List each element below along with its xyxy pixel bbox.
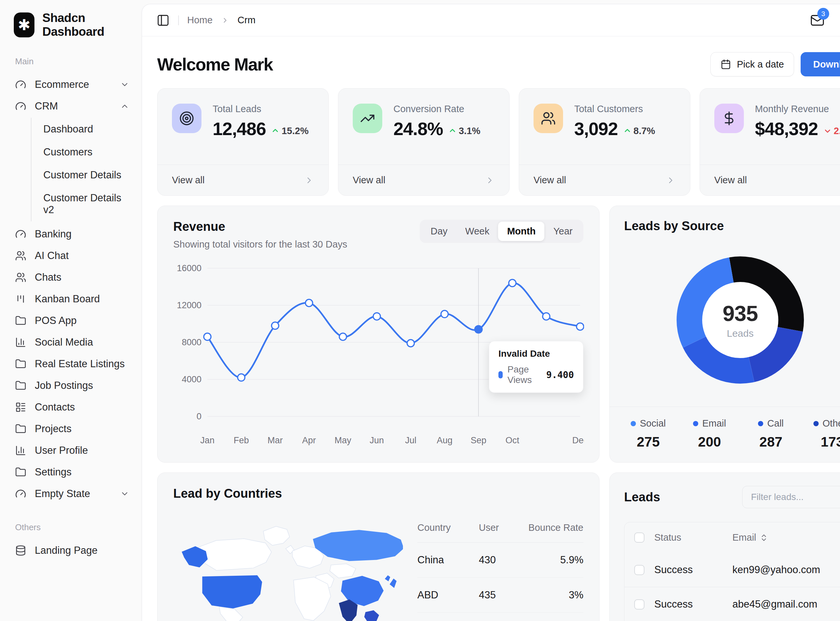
folder-icon: [15, 315, 26, 326]
view-all-button[interactable]: View all: [338, 165, 509, 195]
caret-down-icon: [823, 127, 832, 135]
sidebar-item-real-estate-listings[interactable]: Real Estate Listings: [12, 353, 132, 375]
donut-zone: 935 Leads: [610, 233, 840, 407]
tooltip-value: 9.400: [546, 370, 574, 380]
svg-text:Jul: Jul: [405, 435, 416, 445]
revenue-chart[interactable]: 0400080001200016000JanFebMarAprMayJunJul…: [173, 262, 583, 453]
gauge-icon: [15, 79, 26, 90]
legend-item-call: Call 287: [740, 418, 802, 450]
svg-text:Aug: Aug: [437, 435, 453, 445]
gauge-icon: [15, 229, 26, 240]
tab-month[interactable]: Month: [498, 222, 544, 241]
series-swatch-icon: [498, 371, 503, 379]
sidebar-item-ai-chat[interactable]: AI Chat: [12, 245, 132, 267]
view-all-button[interactable]: View all: [700, 165, 840, 195]
folder-icon: [15, 423, 26, 435]
mail-button[interactable]: 3: [810, 13, 825, 27]
download-button[interactable]: Download: [801, 52, 840, 76]
welcome-row: Welcome Mark Pick a date Download: [157, 52, 840, 76]
sidebar-item-landing-page[interactable]: Landing Page: [12, 540, 132, 561]
gauge-icon: [15, 101, 26, 112]
svg-text:Oct: Oct: [505, 435, 519, 445]
revenue-title: Revenue: [173, 220, 347, 234]
select-all-checkbox[interactable]: [634, 532, 644, 543]
sidebar-subitem-customer-details[interactable]: Customer Details: [43, 164, 132, 186]
sidebar-toggle-icon[interactable]: [156, 14, 170, 27]
download-label: Download: [813, 59, 840, 70]
target-icon: [172, 104, 202, 133]
sidebar-item-empty-state[interactable]: Empty State: [12, 483, 132, 504]
topbar: Home Crm 3 2: [142, 4, 840, 36]
sidebar-item-chats[interactable]: Chats: [12, 267, 132, 288]
sidebar: ✱ Shadcn Dashboard MainEcommerceCRMDashb…: [0, 0, 142, 621]
stat-label: Total Leads: [213, 104, 308, 114]
stat-label: Conversion Rate: [393, 104, 480, 114]
svg-text:Feb: Feb: [234, 435, 249, 445]
leads-by-source-card: Leads by Source 935 Leads Social 275Emai…: [609, 206, 840, 463]
sidebar-subitem-customers[interactable]: Customers: [43, 141, 132, 164]
lead-status: Success: [654, 598, 723, 610]
sidebar-item-user-profile[interactable]: User Profile: [12, 440, 132, 461]
chart-icon: [15, 445, 26, 456]
sidebar-item-contacts[interactable]: Contacts: [12, 397, 132, 418]
lead-by-countries-card: Lead by Countries: [157, 473, 600, 621]
row-checkbox[interactable]: [634, 565, 644, 575]
legend-value: 275: [618, 434, 679, 450]
email-column-header[interactable]: Email: [732, 532, 768, 543]
nav-section-label-main: Main: [15, 56, 132, 67]
filter-leads-input[interactable]: [742, 486, 840, 508]
view-all-button[interactable]: View all: [158, 165, 328, 195]
sidebar-item-banking[interactable]: Banking: [12, 223, 132, 245]
legend-item-social: Social 275: [618, 418, 679, 450]
sort-updown-icon: [759, 533, 768, 542]
chevron-down-icon: [120, 489, 129, 498]
sidebar-subitem-dashboard[interactable]: Dashboard: [43, 118, 132, 141]
table-row-russia: Russia9824.8%: [418, 613, 583, 621]
sidebar-item-projects[interactable]: Projects: [12, 418, 132, 440]
sidebar-item-settings[interactable]: Settings: [12, 461, 132, 483]
folder-icon: [15, 358, 26, 370]
countries-table-header: CountryUserBounce Rate: [418, 522, 583, 543]
sidebar-item-social-media[interactable]: Social Media: [12, 332, 132, 353]
revenue-range-tabs: DayWeekMonthYear: [420, 220, 583, 243]
tab-year[interactable]: Year: [544, 222, 582, 241]
svg-text:8000: 8000: [182, 338, 202, 347]
chevron-right-icon: [304, 176, 314, 185]
stat-card-conversion-rate: Conversion Rate 24.8% 3.1% View all: [338, 88, 510, 196]
row-checkbox[interactable]: [634, 599, 644, 609]
sidebar-item-pos-app[interactable]: POS App: [12, 310, 132, 332]
sidebar-item-kanban-board[interactable]: Kanban Board: [12, 288, 132, 310]
leads-card: Leads Status Email: [609, 473, 840, 621]
lead-email: ken99@yahoo.com: [732, 564, 820, 576]
leads-by-source-title: Leads by Source: [610, 219, 840, 233]
tab-week[interactable]: Week: [456, 222, 498, 241]
stat-value: 3,092: [574, 118, 618, 139]
tab-day[interactable]: Day: [422, 222, 456, 241]
chevron-up-icon: [120, 101, 129, 111]
pick-date-button[interactable]: Pick a date: [710, 52, 794, 76]
main-wrap: Home Crm 3 2 Welcome Mark: [142, 0, 840, 621]
header-actions: Pick a date Download: [710, 52, 840, 76]
app-logo-row[interactable]: ✱ Shadcn Dashboard: [12, 11, 132, 39]
chart-tooltip: Invalid Date Page Views 9.400: [489, 341, 583, 393]
legend-item-others: Others 173: [802, 418, 840, 450]
sidebar-item-job-postings[interactable]: Job Postings: [12, 375, 132, 397]
table-row-abd: ABD4353%: [418, 578, 583, 613]
sidebar-subitem-customer-details-v2[interactable]: Customer Details v2: [43, 186, 132, 221]
breadcrumb-home[interactable]: Home: [187, 15, 213, 26]
donut-legend: Social 275Email 200Call 287Others 173: [610, 407, 840, 462]
column-header-bounce-rate: Bounce Rate: [507, 522, 583, 543]
world-map: [173, 512, 403, 621]
stat-value: 24.8%: [393, 118, 443, 139]
revenue-card: Revenue Showing total visitors for the l…: [157, 206, 600, 463]
chevron-right-icon: [221, 17, 229, 24]
sidebar-item-crm[interactable]: CRM: [12, 95, 132, 117]
table-row-china: China4305.9%: [418, 543, 583, 578]
tooltip-title: Invalid Date: [498, 348, 574, 359]
view-all-button[interactable]: View all: [519, 165, 690, 195]
legend-item-email: Email 200: [679, 418, 740, 450]
sidebar-item-ecommerce[interactable]: Ecommerce: [12, 74, 132, 95]
stat-label: Monthly Revenue: [755, 104, 840, 114]
legend-dot-icon: [813, 421, 819, 426]
sidebar-submenu-crm: DashboardCustomersCustomer DetailsCustom…: [31, 118, 132, 221]
